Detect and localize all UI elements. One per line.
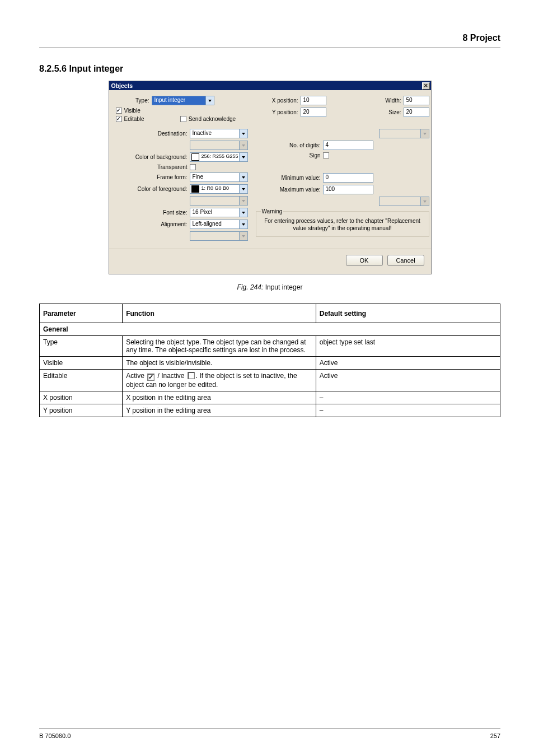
chevron-down-icon[interactable] xyxy=(239,185,247,193)
editable-checkbox[interactable] xyxy=(116,116,122,122)
label-size: Size: xyxy=(379,109,404,115)
label-minval: Minimum value: xyxy=(256,175,323,181)
frameform-select[interactable]: Fine xyxy=(190,172,248,182)
label-maxval: Maximum value: xyxy=(256,186,323,193)
alignment-select[interactable]: Left-aligned xyxy=(190,220,248,229)
label-type: Type: xyxy=(116,97,152,104)
col-function: Function xyxy=(123,304,316,323)
sign-checkbox[interactable] xyxy=(323,152,329,158)
chevron-down-icon[interactable] xyxy=(205,96,214,105)
label-alignment: Alignment: xyxy=(116,221,190,227)
label-frameform: Frame form: xyxy=(116,174,190,180)
visible-checkbox[interactable] xyxy=(116,108,122,114)
colfg-sub-select xyxy=(190,196,248,206)
table-row: Visible The object is visible/invisible.… xyxy=(40,357,500,370)
size-input[interactable]: 20 xyxy=(404,108,429,117)
label-editable: Editable xyxy=(124,116,144,122)
warning-legend: Warning xyxy=(261,208,284,214)
header-section: 8 Project xyxy=(462,33,500,43)
label-colbg: Color of background: xyxy=(116,154,190,160)
chevron-down-icon[interactable] xyxy=(239,220,247,228)
chevron-down-icon[interactable] xyxy=(239,129,247,138)
disabled-select-1 xyxy=(379,129,429,138)
destination-select[interactable]: Inactive xyxy=(190,129,248,138)
footer-page: 257 xyxy=(490,732,500,739)
transparent-checkbox[interactable] xyxy=(190,164,196,170)
label-fontsize: Font size: xyxy=(116,209,190,216)
chevron-down-icon xyxy=(420,129,429,138)
col-default: Default setting xyxy=(316,304,500,323)
label-nodigits: No. of digits: xyxy=(256,142,323,148)
sendack-checkbox[interactable] xyxy=(180,116,186,122)
label-sendack: Send acknowledge xyxy=(189,116,236,122)
destination-sub-select xyxy=(190,141,248,150)
table-section-general: General xyxy=(40,323,500,336)
checked-icon xyxy=(147,374,154,381)
dialog-title: Objects xyxy=(111,82,133,89)
footer-docid: B 705060.0 xyxy=(39,732,71,739)
cancel-button[interactable]: Cancel xyxy=(387,255,424,266)
label-sign: Sign xyxy=(256,152,323,158)
close-icon[interactable]: ✕ xyxy=(422,82,430,90)
editable-func-cell: Active / Inactive . If the object is set… xyxy=(123,370,316,391)
figure-caption: Fig. 244: Input integer xyxy=(39,283,500,291)
warning-text: For entering process values, refer to th… xyxy=(261,218,424,232)
chevron-down-icon[interactable] xyxy=(239,173,247,181)
label-width: Width: xyxy=(379,97,404,104)
minval-input[interactable]: 0 xyxy=(323,173,373,183)
xpos-input[interactable]: 10 xyxy=(301,96,326,105)
table-row: Editable Active / Inactive . If the obje… xyxy=(40,370,500,391)
chevron-down-icon xyxy=(420,197,429,206)
parameter-table: Parameter Function Default setting Gener… xyxy=(39,304,500,417)
chevron-down-icon xyxy=(239,141,247,150)
col-parameter: Parameter xyxy=(40,304,123,323)
fontsize-select[interactable]: 16 Pixel xyxy=(190,208,248,217)
dialog-titlebar: Objects ✕ xyxy=(109,81,431,90)
label-destination: Destination: xyxy=(116,130,190,137)
color-fg-select[interactable]: 1: R0 G0 B0 xyxy=(190,184,248,194)
label-colfg: Color of foreground: xyxy=(116,186,190,192)
nodigits-input[interactable]: 4 xyxy=(323,141,373,150)
figure-title: Input integer xyxy=(265,283,303,291)
ypos-input[interactable]: 20 xyxy=(301,108,326,117)
table-row: Y position Y position in the editing are… xyxy=(40,404,500,417)
bg-swatch xyxy=(191,153,199,161)
maxval-input[interactable]: 100 xyxy=(323,185,373,194)
figure-number: Fig. 244: xyxy=(237,283,264,291)
label-ypos: Y position: xyxy=(256,109,301,115)
table-row: Type Selecting the object type. The obje… xyxy=(40,336,500,357)
section-heading: 8.2.5.6 Input integer xyxy=(39,64,500,74)
ok-button[interactable]: OK xyxy=(346,255,383,266)
warning-group: Warning For entering process values, ref… xyxy=(256,208,429,237)
unchecked-icon xyxy=(188,372,195,379)
label-transparent: Transparent xyxy=(116,164,190,170)
alignment-sub-select xyxy=(190,231,248,241)
color-bg-select[interactable]: 256: R255 G255 B255 xyxy=(190,152,248,162)
chevron-down-icon[interactable] xyxy=(239,208,247,217)
chevron-down-icon xyxy=(239,197,247,205)
disabled-select-2 xyxy=(379,197,429,206)
type-select[interactable]: Input integer xyxy=(152,96,214,105)
fg-swatch xyxy=(191,185,199,193)
label-visible: Visible xyxy=(124,108,140,114)
table-row: X position X position in the editing are… xyxy=(40,391,500,404)
label-xpos: X position: xyxy=(256,97,301,104)
width-input[interactable]: 50 xyxy=(404,96,429,105)
objects-dialog: Objects ✕ Type: Input integer xyxy=(109,81,432,274)
chevron-down-icon xyxy=(239,232,247,240)
chevron-down-icon[interactable] xyxy=(239,153,247,161)
